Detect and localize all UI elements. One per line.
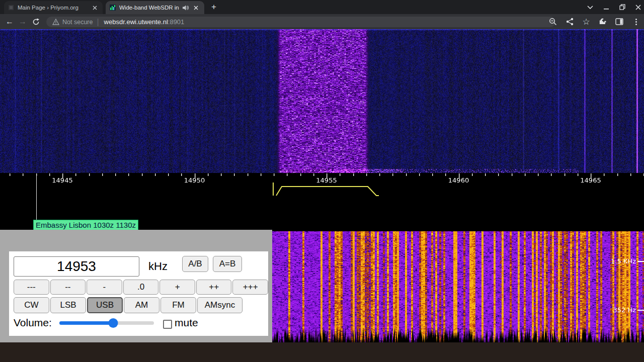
extensions-puzzle-icon[interactable] [598,17,608,27]
step-button-0[interactable]: --- [14,280,49,295]
security-label: Not secure [62,19,93,26]
toolbar-actions: ☆ [548,15,641,29]
zoom-icon[interactable] [548,17,558,27]
url-port: :8901 [168,18,185,26]
ab-swap-button[interactable]: A/B [182,256,208,272]
tab-title: Main Page › Priyom.org [18,5,88,11]
volume-thumb[interactable] [109,318,118,328]
step-button-3[interactable]: .0 [123,280,159,295]
mode-button-cw[interactable]: CW [14,297,49,313]
side-panel-icon[interactable] [614,17,624,27]
window-controls [587,0,641,14]
bookmark-star-icon[interactable]: ☆ [581,17,591,27]
station-marker-line [36,174,37,220]
mode-button-fm[interactable]: FM [160,297,196,313]
back-icon[interactable]: ← [3,15,16,28]
tab-title: Wide-band WebSDR in Ensch [119,5,181,11]
tab-websdr[interactable]: Wide-band WebSDR in Ensch [106,1,204,14]
priyom-favicon [8,5,14,11]
close-window-icon[interactable] [635,5,641,10]
websdr-favicon [110,5,116,11]
receiver-panel: kHz A/B A=B ------.0++++++ CWLSBUSBAMFMA… [0,230,272,342]
address-bar[interactable]: Not secure | websdr.ewi.utwente.nl:8901 [46,17,555,27]
tab-close-icon[interactable] [192,4,200,12]
passband-indicator[interactable] [0,173,644,203]
chromeos-shelf: 9 Nov 12:23 [0,342,644,362]
url-host: websdr.ewi.utwente.nl [104,18,168,26]
mute-label: mute [175,317,198,329]
station-label[interactable]: Embassy Lisbon 1030z 1130z [33,220,138,231]
frequency-input[interactable] [14,256,139,277]
mode-button-am[interactable]: AM [124,297,159,313]
tab-close-icon[interactable] [91,4,99,12]
step-button-4[interactable]: + [159,280,195,295]
step-button-2[interactable]: - [87,280,122,295]
mode-button-amsync[interactable]: AMsync [197,297,243,313]
receiver-card: kHz A/B A=B ------.0++++++ CWLSBUSBAMFMA… [9,251,268,336]
share-icon[interactable] [565,17,575,27]
reload-icon[interactable] [29,15,42,28]
waterfall-spectrogram[interactable] [0,29,644,173]
a-equals-b-button[interactable]: A=B [213,256,242,272]
volume-slider[interactable] [59,321,154,325]
divider: | [97,18,99,27]
volume-fill [59,321,113,325]
chromeos-screen: Main Page › Priyom.org Wide-band WebSDR … [0,0,644,362]
tab-search-chevron-icon[interactable] [587,6,593,9]
mode-row: CWLSBUSBAMFMAMsync [14,297,243,313]
browser-menu-icon[interactable] [631,17,641,27]
browser-tab-bar: Main Page › Priyom.org Wide-band WebSDR … [0,0,644,14]
minimize-icon[interactable] [603,4,609,10]
frequency-scale[interactable]: 1494514950149551496014965 Embassy Lisbon… [0,173,644,230]
maximize-icon[interactable] [619,4,625,10]
step-button-6[interactable]: +++ [232,280,268,295]
step-button-1[interactable]: -- [50,280,86,295]
step-button-5[interactable]: ++ [196,280,232,295]
mute-checkbox[interactable] [163,320,172,329]
tuning-step-row: ------.0++++++ [14,280,268,295]
mode-button-lsb[interactable]: LSB [50,297,86,313]
tab-priyom[interactable]: Main Page › Priyom.org [4,1,103,14]
audio-spectrogram[interactable] [272,230,644,342]
tab-audio-icon[interactable] [183,5,189,11]
mode-button-usb[interactable]: USB [87,297,123,313]
new-tab-button[interactable]: + [209,3,218,12]
forward-icon[interactable]: → [16,15,29,28]
khz-unit-label: kHz [148,260,168,273]
not-secure-warning-icon [52,19,59,25]
volume-label: Volume: [14,317,52,329]
